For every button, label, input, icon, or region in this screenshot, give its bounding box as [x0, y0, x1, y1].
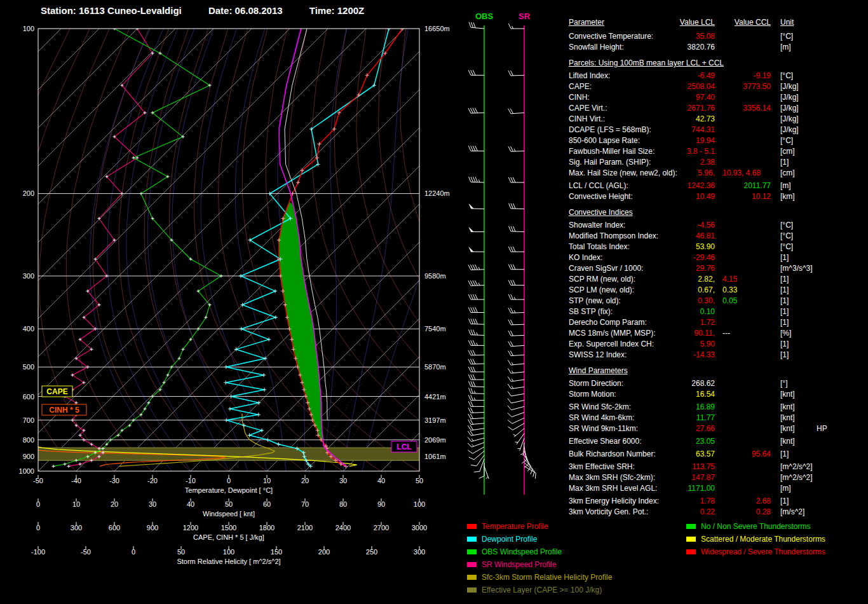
- unit-label: [m]: [780, 181, 791, 190]
- table-row: Craven SigSvr / 1000:29.76[m^3/s^3]: [569, 264, 866, 275]
- unit-label: [1]: [780, 497, 789, 505]
- value-lcl: 1171.00: [654, 484, 715, 493]
- unit-label: [%]: [780, 329, 791, 338]
- unit-label: [1]: [780, 275, 789, 284]
- param-label: Total Totals Index:: [569, 242, 630, 251]
- table-row: LCL / CCL (AGL):1242.362011.77[m]: [569, 181, 866, 192]
- unit-label: [knt]: [780, 437, 795, 446]
- unit-label: [km]: [780, 192, 795, 201]
- param-label: KO Index:: [569, 253, 602, 262]
- param-label: 3km Energy Helicity Index:: [569, 497, 659, 505]
- cinh-label-box: CINH * 5: [42, 404, 86, 415]
- param-label: Showalter Index:: [569, 221, 625, 230]
- value-lcl: 744.31: [654, 125, 715, 134]
- value-lcl: 2671.76: [654, 104, 715, 113]
- profile-legend-item: SR Windspeed Profile: [467, 558, 612, 571]
- table-row: Max. Hail Size (new, new2, old):5.96,10.…: [569, 168, 866, 179]
- param-label: Max 3km SRH (Sfc-2km):: [569, 473, 655, 482]
- table-row: CAPE Virt.:2671.763356.14[J/kg]: [569, 104, 866, 114]
- value-lcl: 0.10: [654, 307, 715, 316]
- legend-label: Temperature Profile: [482, 522, 548, 531]
- svg-text:5870m: 5870m: [424, 363, 446, 371]
- svg-text:50: 50: [416, 477, 423, 484]
- lcl-label-box: LCL: [391, 441, 417, 452]
- legend-label: Sfc-3km Storm Relative Helicity Profile: [482, 573, 612, 582]
- table-row: Fawbush-Miller Hail Size:3.8 - 5.1[cm]: [569, 147, 866, 158]
- svg-text:0: 0: [36, 500, 40, 508]
- svg-text:2100: 2100: [297, 524, 313, 532]
- value-ccl: 3773.50: [715, 82, 771, 91]
- table-row: 3km Vorticity Gen. Pot.:0.220.28[m/s^2]: [569, 507, 866, 518]
- table-row: Showalter Index:-4.56[°C]: [569, 221, 866, 231]
- unit-label: [°C]: [780, 221, 793, 230]
- svg-text:700: 700: [23, 416, 34, 424]
- param-label: 850-600 Lapse Rate:: [569, 136, 640, 145]
- svg-text:150: 150: [271, 548, 282, 556]
- table-row: Max 3km SRH Level AGL:1171.00[m]: [569, 484, 866, 495]
- legend-swatch: [467, 524, 477, 529]
- svg-text:50: 50: [225, 500, 233, 508]
- svg-text:500: 500: [23, 363, 34, 371]
- svg-text:250: 250: [366, 548, 377, 556]
- value-lcl: 3820.76: [654, 43, 715, 51]
- param-label: SR Wind Sfc-2km:: [569, 402, 631, 411]
- table-row: 3km Effective SRH:113.75[m^2/s^2]: [569, 462, 866, 473]
- table-row: STP (new, old):0.30,0.05[1]: [569, 296, 866, 307]
- svg-text:OBS: OBS: [475, 11, 494, 21]
- cape-label-box: CAPE: [42, 386, 72, 397]
- value-ccl: 10.12: [715, 192, 771, 201]
- unit-label: [cm]: [780, 168, 795, 177]
- svg-text:30: 30: [339, 477, 347, 484]
- param-label: Modified Thompson Index:: [569, 231, 658, 240]
- table-row: SB STP (fix):0.10[1]: [569, 307, 866, 318]
- param-label: Fawbush-Miller Hail Size:: [569, 147, 654, 156]
- svg-text:1200: 1200: [183, 524, 198, 532]
- svg-text:100: 100: [223, 548, 234, 556]
- obs-wind-barb-column: OBS: [468, 11, 494, 495]
- svg-text:70: 70: [301, 500, 309, 508]
- value-lcl: 97.40: [654, 93, 715, 102]
- header-value-ccl: Value CCL: [715, 18, 771, 27]
- param-label: Storm Direction:: [569, 379, 623, 388]
- value-lcl: 2.38: [654, 158, 715, 167]
- svg-text:16650m: 16650m: [424, 25, 450, 32]
- cape-area: [279, 202, 323, 443]
- table-row: Lifted Index:-6.49-9.19[°C]: [569, 71, 866, 82]
- table-row: Modified Thompson Index:46.81[°C]: [569, 231, 866, 242]
- param-label: SB STP (fix):: [569, 307, 613, 316]
- unit-label: [1]: [780, 296, 789, 305]
- unit-label: [1]: [780, 318, 789, 327]
- unit-label: [m^3/s^3]: [780, 264, 813, 273]
- unit-label: [knt]: [780, 402, 795, 411]
- severity-legend: No / Non Severe ThunderstormsScattered /…: [686, 520, 825, 558]
- value-lcl: 3.8 - 5.1: [654, 147, 715, 156]
- svg-text:300: 300: [23, 272, 34, 280]
- param-label: DCAPE (LFS = 568mB):: [569, 125, 651, 134]
- skewt-layers: [38, 202, 419, 460]
- header-unit: Unit: [780, 18, 794, 27]
- value-ccl: -9.19: [715, 71, 771, 80]
- unit-label: [m]: [780, 43, 791, 51]
- value-lcl: 35.08: [654, 32, 715, 41]
- param-label: Snowfall Height:: [569, 43, 624, 51]
- param-label: Convective Temperature:: [569, 32, 653, 41]
- value-mid: ---: [722, 329, 730, 338]
- svg-text:0: 0: [227, 477, 231, 484]
- value-lcl: 0.67,: [654, 285, 715, 294]
- legend-swatch: [467, 537, 477, 542]
- param-label: SCP RM (new, old):: [569, 275, 635, 284]
- svg-text:9580m: 9580m: [424, 272, 446, 280]
- unit-label: [m]: [780, 484, 791, 493]
- legend-swatch: [467, 587, 477, 593]
- svg-text:-30: -30: [109, 477, 119, 484]
- unit-label: [°C]: [780, 32, 793, 41]
- param-label: CAPE Virt.:: [569, 104, 607, 113]
- value-lcl: 23.05: [654, 437, 715, 446]
- svg-text:1800: 1800: [259, 524, 275, 532]
- param-label: SR Wind 9km-11km:: [569, 424, 638, 433]
- value-lcl: 1.72: [654, 318, 715, 327]
- svg-text:-20: -20: [147, 477, 158, 484]
- unit-label: [°]: [780, 379, 787, 388]
- header-parameter: Parameter: [569, 18, 604, 27]
- table-row: Effective Shear 6000:23.05[knt]: [569, 437, 866, 448]
